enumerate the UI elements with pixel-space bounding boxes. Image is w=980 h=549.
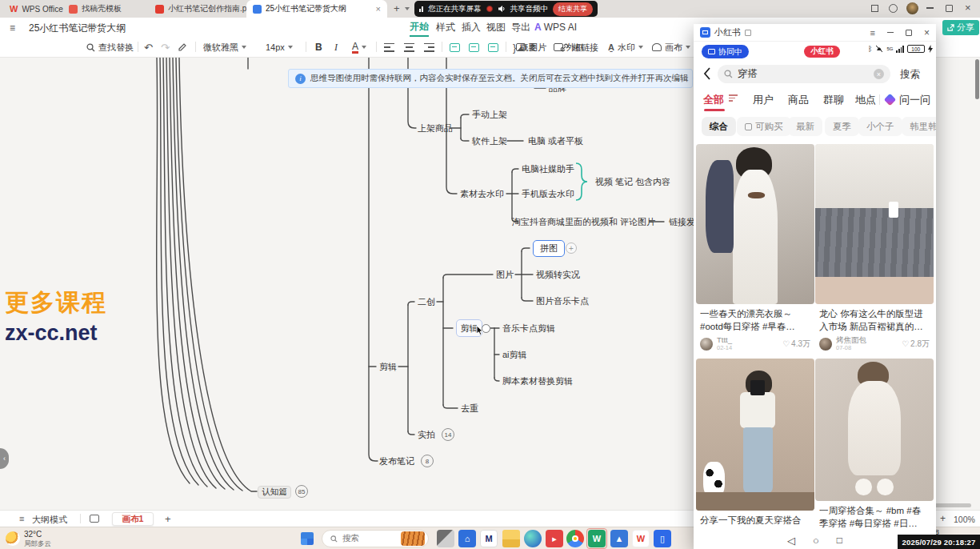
ribbon-tab-export[interactable]: 导出 <box>511 18 530 37</box>
node-summary-note[interactable]: 视频 笔记 包含内容 <box>595 176 670 188</box>
node-pc-social-helper[interactable]: 电脑社媒助手 <box>522 163 574 175</box>
minimize-icon[interactable] <box>926 7 934 9</box>
chrome-icon[interactable] <box>566 530 584 547</box>
weather-description[interactable]: 局部多云 <box>24 539 51 549</box>
bold-button[interactable]: B <box>315 37 322 58</box>
wps-office-icon[interactable]: W <box>632 530 650 547</box>
wps-cloud-icon[interactable]: W <box>588 530 606 547</box>
clear-search-icon[interactable]: × <box>874 69 884 79</box>
node-count-badge[interactable]: 85 <box>295 485 308 498</box>
ribbon-tab-insert[interactable]: 插入 <box>462 18 481 37</box>
task-view-button[interactable] <box>437 530 454 547</box>
tab-ask[interactable]: 问一问 <box>899 90 930 110</box>
node-count-badge[interactable]: 14 <box>442 428 454 441</box>
feed-card[interactable]: 一些春天的漂亮衣服～ #ootd每日穿搭 #早春… Tttt_ 02-14 ♡4… <box>696 144 814 353</box>
node-ai-edit[interactable]: ai剪辑 <box>502 349 527 361</box>
align-right-button[interactable] <box>424 37 434 58</box>
card-title[interactable]: 一周穿搭合集～ #bm #春季穿搭 #每日穿搭 #日… <box>815 501 934 531</box>
restore-icon[interactable] <box>946 5 953 12</box>
node-second-creation[interactable]: 二创 <box>418 296 435 308</box>
search-input[interactable]: 穿搭 × <box>718 65 890 83</box>
undo-button[interactable]: ↶ <box>144 37 153 58</box>
node-real-shoot[interactable]: 实拍 <box>418 429 435 441</box>
phone-minimize-icon[interactable] <box>887 32 894 33</box>
node-script-replace-edit[interactable]: 脚本素材替换剪辑 <box>502 375 573 387</box>
collab-badge[interactable]: 协同中 <box>702 45 749 58</box>
find-replace-button[interactable]: 查找替换 <box>86 37 134 58</box>
node-edit-parent[interactable]: 剪辑 <box>379 361 397 373</box>
red-app-icon[interactable]: ▸ <box>546 530 563 547</box>
card-title[interactable]: 龙心 你有这么牛的版型进入市场 新品百褶裙真的… <box>815 304 934 335</box>
outline-mode-button[interactable]: 大纲模式 <box>32 514 67 526</box>
zoom-level[interactable]: 100% <box>954 515 975 524</box>
like-button[interactable]: ♡2.8万 <box>902 339 930 350</box>
start-button[interactable] <box>301 532 314 545</box>
node-publish-note[interactable]: 发布笔记 <box>379 455 414 467</box>
tab-all[interactable]: 全部 <box>703 90 724 110</box>
microsoft-store-icon[interactable]: ⌂ <box>458 530 476 547</box>
taskbar-search-box[interactable]: 搜索 <box>322 530 429 547</box>
weather-temperature[interactable]: 32°C <box>24 530 42 539</box>
card-title[interactable]: 分享一下我的夏天穿搭合 <box>696 511 814 528</box>
main-menu-icon[interactable]: ≡ <box>10 22 15 34</box>
node-cognition-chapter[interactable]: 认知篇 <box>258 486 291 499</box>
node-picture[interactable]: 图片 <box>496 269 514 281</box>
feed-card[interactable]: 龙心 你有这么牛的版型进入市场 新品百褶裙真的… 烤焦面包 07-08 ♡2.8… <box>815 144 934 353</box>
font-size-select[interactable]: 14px <box>266 37 293 58</box>
node-taobao-douyin[interactable]: 淘宝抖音商城里面的视频和 评论图片 <box>512 216 655 228</box>
font-color-button[interactable]: A <box>352 37 366 58</box>
avatar[interactable] <box>700 338 713 351</box>
avatar[interactable] <box>906 2 918 14</box>
ribbon-tab-home[interactable]: 开始 <box>410 18 429 37</box>
search-button[interactable]: 搜索 <box>900 68 920 82</box>
tab-pdf[interactable]: 小红书笔记创作指南.pdf <box>149 0 260 18</box>
close-window-icon[interactable]: × <box>965 2 971 14</box>
phone-close-icon[interactable]: × <box>924 27 930 38</box>
tab-wps-home[interactable]: W WPS Office <box>3 0 70 18</box>
tab-goods[interactable]: 商品 <box>788 90 809 110</box>
android-recents-button[interactable]: □ <box>837 535 842 546</box>
align-left-button[interactable] <box>384 37 394 58</box>
tab-places[interactable]: 地点 <box>855 90 876 110</box>
node-count-badge[interactable]: 8 <box>421 455 434 467</box>
ribbon-tab-style[interactable]: 样式 <box>436 18 455 37</box>
node-collage-selected[interactable]: 拼图 <box>533 240 565 257</box>
insert-subtopic-button[interactable] <box>469 37 479 58</box>
like-button[interactable]: ♡4.3万 <box>782 339 810 350</box>
node-remove-watermark[interactable]: 素材去水印 <box>460 188 504 200</box>
node-dedup[interactable]: 去重 <box>461 403 478 415</box>
canvas-tab[interactable]: 画布1 <box>112 512 154 526</box>
ribbon-tab-view[interactable]: 视图 <box>486 18 506 37</box>
office-m-icon[interactable]: M <box>480 530 498 547</box>
chip-newest[interactable]: 最新 <box>788 117 822 136</box>
node-music-beat-edit[interactable]: 音乐卡点剪辑 <box>502 323 555 335</box>
node-software-list[interactable]: 软件上架 <box>472 135 507 147</box>
summary-button[interactable]: } 概要 <box>513 37 537 58</box>
frame-button[interactable]: 外框 <box>554 37 584 58</box>
node-video-to-live[interactable]: 视频转实况 <box>536 269 580 281</box>
chip-summer[interactable]: 夏季 <box>825 117 859 136</box>
node-list-product[interactable]: 上架商品 <box>418 122 453 134</box>
zoom-in-button[interactable]: + <box>940 513 946 524</box>
photos-icon[interactable]: ▲ <box>610 530 628 547</box>
font-name-select[interactable]: 微软雅黑 <box>203 37 246 58</box>
edge-browser-icon[interactable] <box>524 530 542 547</box>
tab-groups[interactable]: 群聊 <box>823 90 844 110</box>
avatar[interactable] <box>819 338 832 351</box>
phone-mirror-icon[interactable]: ▯ <box>654 530 671 547</box>
share-button[interactable]: 分享 <box>942 20 979 35</box>
stop-share-button[interactable]: 结束共享 <box>553 2 593 16</box>
node-picture-music-beat[interactable]: 图片音乐卡点 <box>536 295 589 307</box>
new-tab-button[interactable]: + <box>394 2 400 14</box>
chip-korean-style[interactable]: 韩里韩气 <box>902 117 936 136</box>
back-chevron-icon[interactable] <box>703 67 711 80</box>
chip-comprehensive[interactable]: 综合 <box>702 117 736 136</box>
tab-template[interactable]: 找稿壳模板 <box>62 0 128 18</box>
file-explorer-icon[interactable] <box>502 530 520 547</box>
chip-petite[interactable]: 小个子 <box>858 117 902 136</box>
close-tab-icon[interactable]: × <box>376 4 381 14</box>
feed-card[interactable]: 分享一下我的夏天穿搭合 <box>696 359 814 528</box>
phone-menu-icon[interactable]: ≡ <box>870 28 875 38</box>
insert-sibling-button[interactable] <box>488 37 498 58</box>
tab-list-chevron-icon[interactable] <box>405 7 410 10</box>
